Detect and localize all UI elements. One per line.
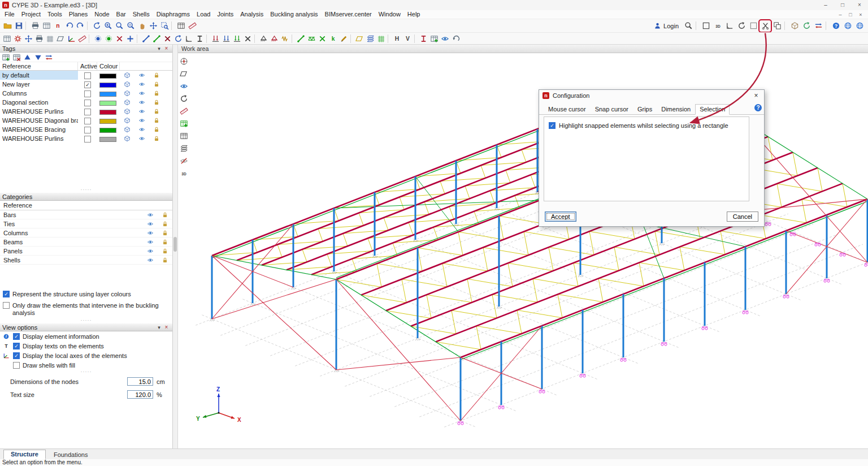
- assign-layer-icon[interactable]: [44, 53, 54, 62]
- planes-icon[interactable]: [55, 33, 66, 44]
- lock-icon[interactable]: [149, 117, 164, 124]
- menu-project[interactable]: Project: [18, 10, 44, 19]
- view-option-row[interactable]: i✓Display element information: [0, 331, 172, 341]
- print-drawing-icon[interactable]: [34, 33, 45, 44]
- data-table-icon[interactable]: [179, 131, 189, 141]
- tab-structure[interactable]: Structure: [3, 450, 46, 459]
- point-load-icon[interactable]: [210, 33, 221, 44]
- tag-row[interactable]: New layer✓: [0, 80, 172, 89]
- tag-active-checkbox[interactable]: [84, 118, 91, 124]
- layer-3d-icon[interactable]: [120, 117, 134, 124]
- panel-scrollbar[interactable]: [173, 45, 178, 448]
- eye-icon[interactable]: [134, 117, 149, 124]
- layers-icon[interactable]: [179, 143, 189, 153]
- minimize-button[interactable]: –: [817, 0, 834, 10]
- layer-3d-icon[interactable]: [120, 99, 134, 106]
- menu-file[interactable]: File: [1, 10, 18, 19]
- delete-node-icon[interactable]: [114, 33, 125, 44]
- springs-icon[interactable]: [280, 33, 290, 44]
- new-bar-icon[interactable]: [141, 33, 151, 44]
- bim-export-icon[interactable]: [813, 20, 824, 32]
- tags-manager-icon[interactable]: [429, 33, 440, 44]
- divide-bar-icon[interactable]: [151, 33, 162, 44]
- internal-fixity-icon[interactable]: [269, 33, 280, 44]
- menu-window[interactable]: Window: [375, 10, 404, 19]
- eye-icon[interactable]: [143, 239, 158, 245]
- represent-checkbox[interactable]: ✓: [3, 291, 10, 297]
- lock-icon[interactable]: [149, 99, 164, 106]
- single-window-icon[interactable]: [700, 20, 711, 32]
- menu-buckling-analysis[interactable]: Buckling analysis: [267, 10, 321, 19]
- move-node-icon[interactable]: [103, 33, 114, 44]
- coordinate-system-icon[interactable]: [179, 56, 189, 66]
- highlight-option[interactable]: ✓ Highlight snapped elements whilst sele…: [549, 122, 744, 129]
- external-fixity-icon[interactable]: [258, 33, 269, 44]
- hide-elements-icon[interactable]: [179, 156, 189, 166]
- coordinates-icon[interactable]: [175, 20, 186, 32]
- rotate-section-icon[interactable]: [173, 33, 184, 44]
- view-option-row[interactable]: T✓Display texts on the elements: [0, 341, 172, 351]
- zoom-out-icon[interactable]: [125, 20, 136, 32]
- close-panel-icon[interactable]: ×: [163, 45, 170, 51]
- mdi-minimize-button[interactable]: –: [835, 12, 845, 18]
- visibility-icon[interactable]: [440, 33, 450, 44]
- eye-icon[interactable]: [134, 72, 149, 79]
- layer-3d-icon[interactable]: [120, 108, 134, 115]
- undo-view-icon[interactable]: [450, 33, 461, 44]
- category-row[interactable]: Panels: [0, 247, 172, 256]
- align-section-icon[interactable]: [184, 33, 194, 44]
- tag-colour-swatch[interactable]: [97, 90, 120, 97]
- menu-shells[interactable]: Shells: [129, 10, 153, 19]
- orbit-icon[interactable]: [147, 20, 159, 32]
- dialog-tab-selection[interactable]: Selection: [695, 104, 730, 115]
- bim-model-icon[interactable]: [789, 20, 800, 32]
- dialog-tab-grips[interactable]: Grips: [633, 104, 657, 115]
- pan-icon[interactable]: [136, 20, 147, 32]
- lock-icon[interactable]: [158, 230, 172, 236]
- surface-load-icon[interactable]: [232, 33, 242, 44]
- measure-icon[interactable]: [186, 20, 198, 32]
- tag-colour-swatch[interactable]: [97, 135, 120, 142]
- login-button[interactable]: Login: [650, 22, 682, 29]
- splitter-grip[interactable]: ·····: [0, 318, 172, 323]
- buckling-checkbox[interactable]: [3, 302, 10, 309]
- tag-colour-swatch[interactable]: [97, 126, 120, 133]
- tag-row[interactable]: WAREHOUSE Purlins: [0, 134, 172, 143]
- eye-icon[interactable]: [134, 90, 149, 97]
- lock-icon[interactable]: [149, 126, 164, 133]
- bim-sync-icon[interactable]: [801, 20, 812, 32]
- tag-row[interactable]: WAREHOUSE Bracing: [0, 125, 172, 134]
- menu-joints[interactable]: Joints: [214, 10, 237, 19]
- tag-active-checkbox[interactable]: [84, 136, 91, 143]
- tag-colour-swatch[interactable]: [97, 108, 120, 115]
- lock-icon[interactable]: [158, 221, 172, 227]
- selection-list-icon[interactable]: [179, 118, 189, 128]
- add-layer-icon[interactable]: [1, 53, 11, 62]
- structure-3d-view[interactable]: ZXY: [189, 53, 868, 439]
- eye-icon[interactable]: [134, 126, 149, 133]
- cancel-button[interactable]: Cancel: [727, 212, 758, 222]
- text-size-input[interactable]: [127, 390, 153, 399]
- edit-icon[interactable]: [338, 33, 349, 44]
- tag-active-checkbox[interactable]: [84, 127, 91, 133]
- grid-icon[interactable]: [45, 33, 55, 44]
- eye-icon[interactable]: [143, 248, 158, 254]
- line-load-icon[interactable]: [221, 33, 232, 44]
- tag-active-checkbox[interactable]: ✓: [84, 81, 91, 88]
- lock-icon[interactable]: [149, 108, 164, 115]
- buckling-coeff-icon[interactable]: k: [328, 33, 338, 44]
- category-row[interactable]: Shells: [0, 256, 172, 265]
- link-nodes-icon[interactable]: [125, 33, 136, 44]
- delete-bar-icon[interactable]: [162, 33, 173, 44]
- mdi-restore-button[interactable]: □: [845, 12, 856, 18]
- tag-row[interactable]: WAREHOUSE Diagonal brac...: [0, 116, 172, 125]
- zoom-in-icon[interactable]: [102, 20, 114, 32]
- menu-planes[interactable]: Planes: [66, 10, 92, 19]
- general-options-icon[interactable]: [12, 33, 23, 44]
- view-option-checkbox[interactable]: ✓: [13, 343, 20, 350]
- tag-active-checkbox[interactable]: [84, 109, 91, 115]
- panels-icon[interactable]: [354, 33, 365, 44]
- dialog-checkbox[interactable]: ✓: [549, 122, 555, 129]
- cype-update-icon[interactable]: n: [52, 20, 63, 32]
- remove-layer-icon[interactable]: [12, 53, 21, 62]
